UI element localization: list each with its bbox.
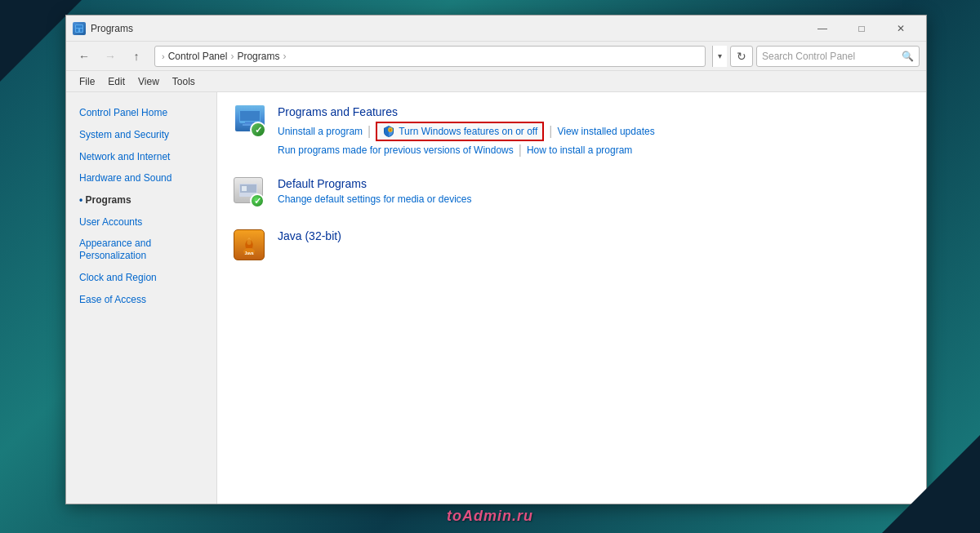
forward-button[interactable]: → (99, 45, 122, 68)
nav-bar: ← → ↑ › Control Panel › Programs › ▾ ↻ S… (66, 42, 926, 71)
run-previous-link[interactable]: Run programs made for previous versions … (278, 144, 514, 156)
default-programs-icon: ✓ (234, 177, 266, 210)
svg-rect-11 (242, 186, 247, 191)
window-icon (73, 22, 86, 35)
svg-text:Java: Java (244, 251, 253, 255)
window-controls: — □ ✕ (804, 16, 920, 41)
minimize-button[interactable]: — (804, 16, 841, 41)
refresh-button[interactable]: ↻ (730, 46, 753, 67)
menu-file[interactable]: File (73, 73, 101, 90)
title-bar: Programs — □ ✕ (66, 16, 926, 42)
address-bar[interactable]: › Control Panel › Programs › (154, 46, 706, 67)
programs-features-icon: ✓ (234, 105, 266, 138)
turn-features-box[interactable]: Turn Windows features on or off (376, 122, 544, 141)
sidebar: Control Panel Home System and Security N… (66, 92, 217, 504)
search-bar[interactable]: Search Control Panel 🔍 (756, 46, 920, 67)
menu-view[interactable]: View (131, 73, 166, 90)
sidebar-item-system-security[interactable]: System and Security (66, 124, 216, 146)
svg-rect-2 (76, 29, 78, 32)
sidebar-item-control-panel-home[interactable]: Control Panel Home (66, 102, 216, 124)
svg-rect-1 (76, 25, 82, 28)
sidebar-item-appearance[interactable]: Appearance andPersonalization (66, 233, 216, 267)
java-icon: Java (234, 229, 266, 262)
default-programs-title[interactable]: Default Programs (278, 177, 910, 190)
up-button[interactable]: ↑ (125, 45, 148, 68)
menu-edit[interactable]: Edit (101, 73, 131, 90)
java-section: Java Java (32-bit) (234, 229, 910, 262)
search-icon[interactable]: 🔍 (902, 51, 914, 62)
default-programs-section: ✓ Default Programs Change default settin… (234, 177, 910, 210)
address-control-panel[interactable]: Control Panel (168, 51, 228, 62)
menu-tools[interactable]: Tools (166, 73, 202, 90)
default-programs-links: Change default settings for media or dev… (278, 193, 910, 205)
view-updates-link[interactable]: View installed updates (557, 126, 654, 137)
java-title[interactable]: Java (32-bit) (278, 229, 910, 242)
sidebar-item-clock-region[interactable]: Clock and Region (66, 267, 216, 289)
main-window: Programs — □ ✕ ← → ↑ › Control Panel › P… (65, 15, 927, 504)
shield-icon (382, 125, 395, 138)
watermark: toAdmin.ru (447, 508, 533, 525)
sidebar-item-programs[interactable]: Programs (66, 189, 216, 211)
programs-features-section: ✓ Programs and Features Uninstall a prog… (234, 105, 910, 158)
programs-features-links: Uninstall a program | Turn Wind (278, 122, 910, 141)
back-button[interactable]: ← (73, 45, 96, 68)
change-defaults-link[interactable]: Change default settings for media or dev… (278, 193, 471, 205)
sidebar-item-network-internet[interactable]: Network and Internet (66, 146, 216, 168)
programs-icon-overlay: ✓ (250, 122, 266, 138)
programs-features-links-2: Run programs made for previous versions … (278, 143, 910, 158)
programs-features-body: Programs and Features Uninstall a progra… (278, 105, 910, 158)
svg-rect-5 (240, 111, 260, 121)
address-programs[interactable]: Programs (237, 51, 279, 62)
address-dropdown[interactable]: ▾ (712, 46, 727, 67)
content-area: ✓ Programs and Features Uninstall a prog… (217, 92, 926, 504)
sidebar-item-user-accounts[interactable]: User Accounts (66, 211, 216, 233)
how-install-link[interactable]: How to install a program (527, 144, 632, 156)
close-button[interactable]: ✕ (882, 16, 920, 41)
sidebar-item-ease-access[interactable]: Ease of Access (66, 289, 216, 311)
search-placeholder: Search Control Panel (762, 51, 855, 62)
programs-features-title[interactable]: Programs and Features (278, 105, 910, 118)
turn-features-label[interactable]: Turn Windows features on or off (399, 126, 537, 137)
uninstall-program-link[interactable]: Uninstall a program (278, 126, 363, 137)
menu-bar: File Edit View Tools (66, 71, 926, 92)
window-title: Programs (91, 23, 804, 34)
maximize-button[interactable]: □ (843, 16, 880, 41)
main-content: Control Panel Home System and Security N… (66, 92, 926, 504)
svg-rect-3 (80, 29, 82, 32)
sidebar-item-hardware-sound[interactable]: Hardware and Sound (66, 167, 216, 189)
java-body: Java (32-bit) (278, 229, 910, 246)
default-programs-body: Default Programs Change default settings… (278, 177, 910, 205)
